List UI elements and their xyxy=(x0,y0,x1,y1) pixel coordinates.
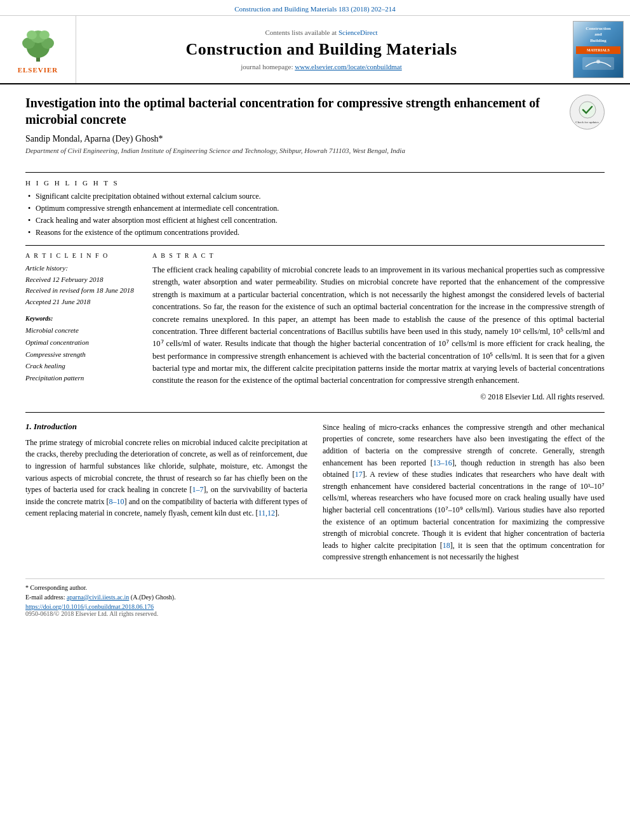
highlights-section: H I G H L I G H T S Significant calcite … xyxy=(25,179,605,246)
elsevier-tree-icon xyxy=(16,25,60,63)
sciencedirect-prefix: Contents lists available at xyxy=(265,29,338,36)
abstract-text: The efficient crack healing capability o… xyxy=(152,264,605,387)
intro-para1: The prime strategy of microbial concrete… xyxy=(25,437,307,519)
ref-11-12[interactable]: 11,12 xyxy=(258,509,276,517)
email-person: (A.(Dey) Ghosh). xyxy=(131,594,176,601)
corresponding-label: * Corresponding author. xyxy=(25,584,87,591)
elsevier-wordmark: ELSEVIER xyxy=(18,66,58,74)
svg-point-8 xyxy=(596,60,600,63)
highlight-item-3: Crack healing and water absorption most … xyxy=(25,215,605,227)
history-label: Article history: xyxy=(25,263,140,274)
keywords-section: Keywords: Microbial concrete Optimal con… xyxy=(25,315,140,383)
article-title: Investigation into the optimal bacterial… xyxy=(25,95,560,128)
cover-accent-bar: MATERIALS xyxy=(576,46,620,54)
body-col-right: Since healing of micro-cracks enhances t… xyxy=(323,422,605,568)
ref-1-7[interactable]: 1–7 xyxy=(192,485,204,494)
intro-number: 1. xyxy=(25,422,32,431)
email-line: E-mail address: aparna@civil.iiests.ac.i… xyxy=(25,594,605,601)
article-info-col: A R T I C L E I N F O Article history: R… xyxy=(25,252,140,402)
issn-line: 0950-0618/© 2018 Elsevier Ltd. All right… xyxy=(25,610,605,617)
article-title-section: Investigation into the optimal bacterial… xyxy=(25,95,605,166)
svg-point-6 xyxy=(39,30,50,39)
body-col-left: 1. Introduction The prime strategy of mi… xyxy=(25,422,307,568)
check-updates-badge: Check for updates xyxy=(570,95,605,130)
article-affiliation: Department of Civil Engineering, Indian … xyxy=(25,147,560,154)
journal-cover-image: Construction and Building MATERIALS xyxy=(573,21,624,78)
accepted-date: Accepted 21 June 2018 xyxy=(25,297,140,308)
cover-decoration-icon xyxy=(579,54,617,73)
check-updates-icon xyxy=(578,100,597,119)
abstract-heading: A B S T R A C T xyxy=(152,252,605,259)
article-content: Investigation into the optimal bacterial… xyxy=(0,84,630,627)
sciencedirect-link[interactable]: ScienceDirect xyxy=(338,29,378,36)
received-date: Received 12 February 2018 xyxy=(25,274,140,286)
intro-title: Introduction xyxy=(34,422,77,431)
keyword-4: Crack healing xyxy=(25,360,140,372)
article-history: Article history: Received 12 February 20… xyxy=(25,263,140,307)
journal-citation: Construction and Building Materials 183 … xyxy=(234,5,396,13)
page: Construction and Building Materials 183 … xyxy=(0,0,630,840)
intro-para2: Since healing of micro-cracks enhances t… xyxy=(323,422,605,563)
cover-accent-text: MATERIALS xyxy=(587,48,610,52)
authors-text: Sandip Mondal, Aparna (Dey) Ghosh* xyxy=(25,134,163,143)
top-citation-bar: Construction and Building Materials 183 … xyxy=(0,0,630,16)
ref-17[interactable]: 17 xyxy=(355,470,363,479)
journal-homepage: journal homepage: www.elsevier.com/locat… xyxy=(241,63,401,70)
article-authors: Sandip Mondal, Aparna (Dey) Ghosh* xyxy=(25,134,560,144)
elsevier-logo: ELSEVIER xyxy=(16,25,60,74)
keyword-2: Optimal concentration xyxy=(25,337,140,349)
svg-point-5 xyxy=(27,30,37,39)
intro-body-col2: Since healing of micro-cracks enhances t… xyxy=(323,422,605,563)
homepage-label: journal homepage: xyxy=(241,63,295,70)
check-updates-text: Check for updates xyxy=(575,121,598,124)
journal-cover-area: Construction and Building MATERIALS xyxy=(566,16,630,83)
ref-18[interactable]: 18 xyxy=(443,541,450,550)
journal-header: ELSEVIER Contents lists available at Sci… xyxy=(0,16,630,84)
body-section: 1. Introduction The prime strategy of mi… xyxy=(25,412,605,568)
body-two-col: 1. Introduction The prime strategy of mi… xyxy=(25,422,605,568)
email-label: E-mail address: xyxy=(25,594,65,601)
cover-title: Construction and Building xyxy=(586,26,610,43)
highlight-item-2: Optimum compressive strength enhancement… xyxy=(25,203,605,215)
journal-header-center: Contents lists available at ScienceDirec… xyxy=(76,16,566,83)
doi-line: https://doi.org/10.1016/j.conbuildmat.20… xyxy=(25,603,605,610)
highlights-heading: H I G H L I G H T S xyxy=(25,179,605,187)
keyword-1: Microbial concrete xyxy=(25,324,140,337)
keyword-3: Compressive strength xyxy=(25,349,140,361)
corresponding-note: * Corresponding author. xyxy=(25,584,605,591)
highlights-list: Significant calcite precipitation obtain… xyxy=(25,190,605,239)
intro-body-col1: The prime strategy of microbial concrete… xyxy=(25,437,307,519)
homepage-link[interactable]: www.elsevier.com/locate/conbuildmat xyxy=(295,63,402,70)
article-footer: * Corresponding author. E-mail address: … xyxy=(25,578,605,617)
doi-link[interactable]: https://doi.org/10.1016/j.conbuildmat.20… xyxy=(25,603,154,610)
elsevier-logo-area: ELSEVIER xyxy=(0,16,76,83)
highlight-item-1: Significant calcite precipitation obtain… xyxy=(25,190,605,203)
ref-8-10[interactable]: 8–10 xyxy=(109,497,124,506)
article-info-section: A R T I C L E I N F O Article history: R… xyxy=(25,252,140,307)
article-title-area: Investigation into the optimal bacterial… xyxy=(25,95,560,159)
article-info-heading: A R T I C L E I N F O xyxy=(25,252,140,259)
highlight-item-4: Reasons for the existence of the optimum… xyxy=(25,227,605,239)
ref-13-16[interactable]: 13–16 xyxy=(433,458,452,467)
svg-point-9 xyxy=(579,102,596,118)
journal-title: Construction and Building Materials xyxy=(185,40,457,59)
received-revised-date: Received in revised form 18 June 2018 xyxy=(25,285,140,297)
sciencedirect-line: Contents lists available at ScienceDirec… xyxy=(265,29,377,36)
two-col-section: A R T I C L E I N F O Article history: R… xyxy=(25,252,605,402)
keywords-label: Keywords: xyxy=(25,315,140,322)
keyword-5: Precipitation pattern xyxy=(25,372,140,384)
intro-heading: 1. Introduction xyxy=(25,422,307,432)
abstract-col: A B S T R A C T The efficient crack heal… xyxy=(152,252,605,402)
divider-1 xyxy=(25,172,605,173)
abstract-copyright: © 2018 Elsevier Ltd. All rights reserved… xyxy=(152,392,605,402)
email-link[interactable]: aparna@civil.iiests.ac.in xyxy=(67,594,129,601)
